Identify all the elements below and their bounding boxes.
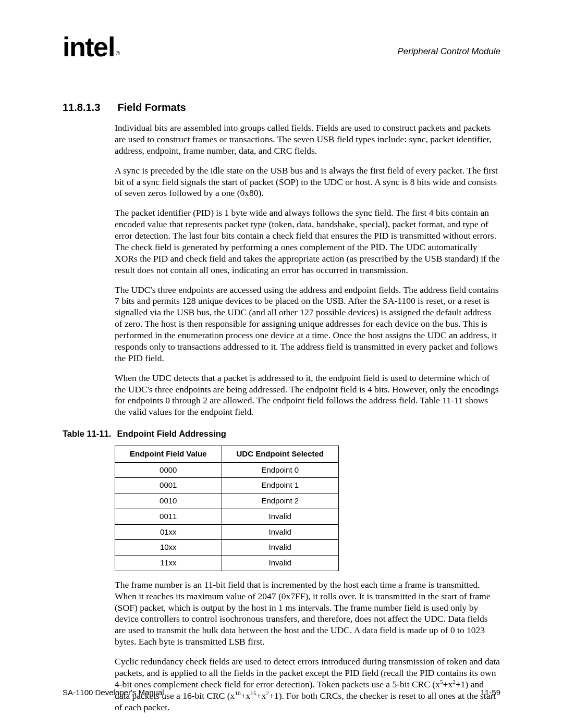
page-header: intel® Peripheral Control Module (63, 33, 500, 70)
table-number: Table 11-11. (63, 428, 115, 439)
table-row: 11xx Invalid (115, 556, 339, 571)
page: intel® Peripheral Control Module 11.8.1.… (0, 0, 563, 728)
table-row: 0011 Invalid (115, 509, 339, 524)
table-row: 0010 Endpoint 2 (115, 493, 339, 509)
section-number: 11.8.1.3 (63, 101, 115, 114)
paragraph: The frame number is an 11-bit field that… (115, 579, 500, 648)
paragraph: The packet identifier (PID) is 1 byte wi… (115, 207, 500, 276)
cell-selected: Endpoint 0 (222, 462, 339, 478)
cell-value: 0001 (115, 478, 222, 493)
chapter-title: Peripheral Control Module (398, 46, 501, 57)
table-header-row: Endpoint Field Value UDC Endpoint Select… (115, 446, 339, 462)
body-column: Individual bits are assembled into group… (115, 122, 500, 418)
paragraph: Individual bits are assembled into group… (115, 122, 500, 157)
cell-selected: Endpoint 1 (222, 478, 339, 493)
page-footer: SA-1100 Developer's Manual 11-59 (63, 688, 500, 698)
cell-value: 01xx (115, 524, 222, 540)
cell-selected: Invalid (222, 524, 339, 540)
page-number: 11-59 (481, 688, 500, 698)
cell-value: 0011 (115, 509, 222, 524)
table-row: 0000 Endpoint 0 (115, 462, 339, 478)
paragraph: When the UDC detects that a packet is ad… (115, 373, 500, 418)
intel-logo: intel® (63, 33, 118, 60)
col-header-selected: UDC Endpoint Selected (222, 446, 339, 462)
col-header-value: Endpoint Field Value (115, 446, 222, 462)
table-row: 10xx Invalid (115, 540, 339, 556)
paragraph: The UDC's three endpoints are accessed u… (115, 285, 500, 364)
cell-value: 10xx (115, 540, 222, 556)
paragraph: Cyclic redundancy check fields are used … (115, 656, 500, 713)
cell-value: 11xx (115, 556, 222, 571)
cell-selected: Invalid (222, 540, 339, 556)
paragraph: A sync is preceded by the idle state on … (115, 165, 500, 200)
table-row: 01xx Invalid (115, 524, 339, 540)
section-heading: 11.8.1.3 Field Formats (63, 101, 500, 114)
cell-value: 0010 (115, 493, 222, 509)
table-caption: Table 11-11. Endpoint Field Addressing (63, 428, 500, 439)
section-title-text: Field Formats (118, 102, 186, 113)
table-title: Endpoint Field Addressing (117, 429, 226, 438)
footer-left: SA-1100 Developer's Manual (63, 688, 164, 697)
endpoint-field-table: Endpoint Field Value UDC Endpoint Select… (115, 446, 339, 571)
table-row: 0001 Endpoint 1 (115, 478, 339, 493)
cell-value: 0000 (115, 462, 222, 478)
cell-selected: Invalid (222, 509, 339, 524)
cell-selected: Endpoint 2 (222, 493, 339, 509)
cell-selected: Invalid (222, 556, 339, 571)
